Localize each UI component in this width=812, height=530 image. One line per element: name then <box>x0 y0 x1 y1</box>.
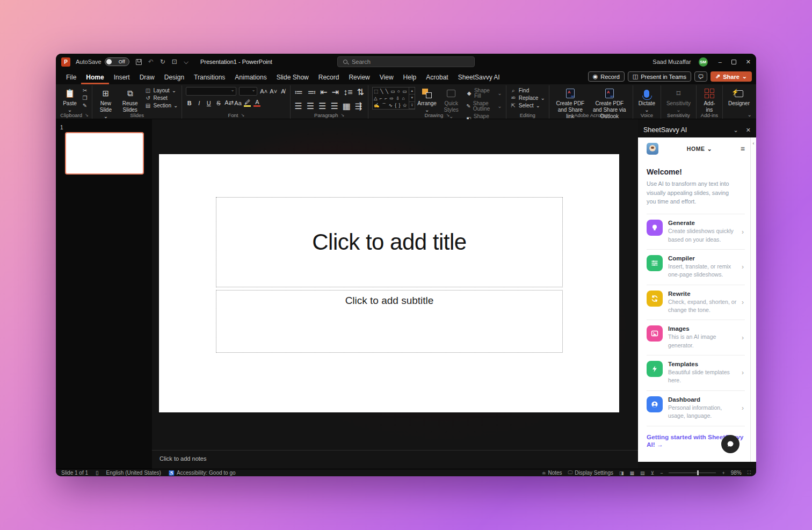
save-icon[interactable] <box>136 59 142 65</box>
text-direction-icon[interactable]: ⇅ <box>357 87 364 97</box>
numbering-icon[interactable]: ≕ <box>307 87 316 97</box>
paragraph-dialog-launcher-icon[interactable]: ↘ <box>340 113 344 118</box>
reading-view-icon[interactable]: ▤ <box>640 470 645 476</box>
list-item-templates[interactable]: Templates Beautiful slide templates here… <box>647 355 745 391</box>
minimize-button[interactable]: – <box>719 59 722 65</box>
zoom-out-button[interactable]: − <box>660 470 663 476</box>
zoom-level[interactable]: 98% <box>731 470 742 476</box>
fit-slide-to-window-icon[interactable]: ⛶ <box>748 470 751 476</box>
select-button[interactable]: ⇱Select⌄ <box>510 103 545 108</box>
tab-home[interactable]: Home <box>81 70 108 84</box>
slide-canvas[interactable]: Click to add title Click to add subtitle <box>159 154 619 412</box>
cut-button[interactable]: ✂ <box>82 88 88 93</box>
drawing-dialog-launcher-icon[interactable]: ↘ <box>446 113 450 118</box>
list-item-images[interactable]: Images This is an AI image generator. › <box>647 320 745 355</box>
list-item-rewrite[interactable]: Rewrite Check, expand, shorten, or chang… <box>647 285 745 321</box>
notes-pane[interactable]: Click to add notes <box>152 450 638 469</box>
addins-button[interactable]: Add-ins <box>700 87 719 114</box>
maximize-button[interactable] <box>731 60 736 64</box>
start-presentation-icon[interactable]: ⊡ <box>172 58 177 66</box>
slideshow-view-icon[interactable]: ⊻ <box>651 470 655 476</box>
decrease-indent-icon[interactable]: ⇤ <box>320 87 327 97</box>
task-pane-scrollbar[interactable]: ‹ <box>750 137 756 462</box>
tab-animations[interactable]: Animations <box>230 70 271 84</box>
undo-icon[interactable]: ↶ <box>148 58 154 66</box>
normal-view-icon[interactable]: ◨ <box>619 470 624 476</box>
language-indicator[interactable]: English (United States) <box>106 470 161 476</box>
font-dialog-launcher-icon[interactable]: ↘ <box>241 113 245 118</box>
collapse-pane-icon[interactable]: ‹ <box>751 141 756 146</box>
tab-insert[interactable]: Insert <box>109 70 135 84</box>
redo-icon[interactable]: ↻ <box>160 58 165 66</box>
autosave-toggle[interactable]: Off <box>105 57 129 66</box>
format-painter-button[interactable]: ✎ <box>82 103 88 108</box>
zoom-in-button[interactable]: + <box>722 470 724 476</box>
tab-help[interactable]: Help <box>398 70 422 84</box>
find-button[interactable]: ⌕Find <box>510 88 545 93</box>
close-button[interactable]: ✕ <box>746 59 751 66</box>
reset-button[interactable]: ↺Reset <box>145 96 178 101</box>
chat-bubble-button[interactable] <box>721 435 740 453</box>
zoom-slider[interactable] <box>669 473 716 473</box>
clear-formatting-button[interactable]: A̸ <box>279 88 286 95</box>
spellcheck-icon[interactable]: ▯ <box>96 470 99 476</box>
italic-button[interactable]: I <box>195 100 202 106</box>
customize-qat-icon[interactable]: ⌵ <box>184 58 189 66</box>
align-left-icon[interactable]: ☰ <box>294 101 302 111</box>
paste-button[interactable]: 📋 Paste⌄ <box>61 87 79 114</box>
increase-indent-icon[interactable]: ⇥ <box>332 87 339 97</box>
display-settings-button[interactable]: 🖵Display Settings <box>568 470 613 476</box>
present-in-teams-button[interactable]: ◫ Present in Teams <box>628 71 691 82</box>
section-button[interactable]: ▤Section⌄ <box>145 103 178 108</box>
arrange-button[interactable]: Arrange⌄ <box>418 87 436 114</box>
bullets-icon[interactable]: ≔ <box>294 87 303 97</box>
shapes-scroll-up-icon[interactable]: ▲ <box>409 88 415 95</box>
tab-view[interactable]: View <box>375 70 398 84</box>
slide-sorter-view-icon[interactable]: ▦ <box>630 470 635 476</box>
tab-draw[interactable]: Draw <box>135 70 160 84</box>
sensitivity-button[interactable]: ⌑ Sensitivity⌄ <box>665 87 692 114</box>
search-input[interactable]: Search <box>337 56 475 67</box>
reuse-slides-button[interactable]: ⧉ Reuse Slides <box>118 87 142 114</box>
home-nav-dropdown[interactable]: HOME ⌄ <box>687 146 712 152</box>
shapes-scroll-down-icon[interactable]: ▼ <box>409 95 415 101</box>
tab-record[interactable]: Record <box>314 70 344 84</box>
task-pane-close-icon[interactable]: ✕ <box>746 127 751 134</box>
tab-file[interactable]: File <box>61 70 81 84</box>
text-highlight-button[interactable]: 🖉 <box>244 99 251 107</box>
comments-button[interactable]: 🗩 <box>694 71 707 82</box>
tab-transitions[interactable]: Transitions <box>189 70 230 84</box>
list-item-dashboard[interactable]: Dashboard Personal information, usage, l… <box>647 391 745 426</box>
tab-review[interactable]: Review <box>344 70 374 84</box>
line-spacing-icon[interactable]: ↕≡ <box>343 88 352 97</box>
list-item-generate[interactable]: Generate Create slideshows quickly based… <box>647 214 745 250</box>
tab-slide-show[interactable]: Slide Show <box>272 70 314 84</box>
font-size-combobox[interactable] <box>239 87 257 96</box>
shape-fill-button[interactable]: ◆Shape Fill⌄ <box>466 88 502 99</box>
align-right-icon[interactable]: ☰ <box>318 101 326 111</box>
menu-hamburger-icon[interactable]: ≡ <box>741 144 745 153</box>
font-name-combobox[interactable] <box>186 87 236 96</box>
designer-button[interactable]: Designer <box>727 87 751 107</box>
replace-button[interactable]: ᵃᵇReplace⌄ <box>510 96 545 101</box>
layout-button[interactable]: ◫Layout⌄ <box>145 88 178 93</box>
strikethrough-button[interactable]: S <box>215 100 222 106</box>
clipboard-dialog-launcher-icon[interactable]: ↘ <box>85 113 89 118</box>
share-button[interactable]: ⇗ Share ⌄ <box>711 71 752 82</box>
list-item-compiler[interactable]: Compiler Insert, translate, or remix one… <box>647 250 745 285</box>
notes-toggle[interactable]: ≐Notes <box>542 470 562 476</box>
title-placeholder[interactable]: Click to add title <box>216 197 563 287</box>
subtitle-placeholder[interactable]: Click to add subtitle <box>216 290 563 353</box>
dictate-button[interactable]: Dictate⌄ <box>637 87 657 114</box>
copy-button[interactable]: ❐ <box>82 96 88 101</box>
font-color-button[interactable]: A <box>253 99 260 107</box>
avatar[interactable]: SM <box>699 57 708 67</box>
shapes-more-icon[interactable]: ⊽ <box>409 102 415 109</box>
columns-icon[interactable]: ▦ <box>343 101 351 111</box>
tab-acrobat[interactable]: Acrobat <box>421 70 453 84</box>
character-spacing-button[interactable]: A⇄ <box>224 99 231 106</box>
smartart-icon[interactable]: ⇶ <box>355 101 362 111</box>
task-pane-dropdown-icon[interactable]: ⌄ <box>734 127 738 134</box>
slide-thumbnail[interactable] <box>65 132 144 175</box>
change-case-button[interactable]: Aa <box>234 100 241 106</box>
